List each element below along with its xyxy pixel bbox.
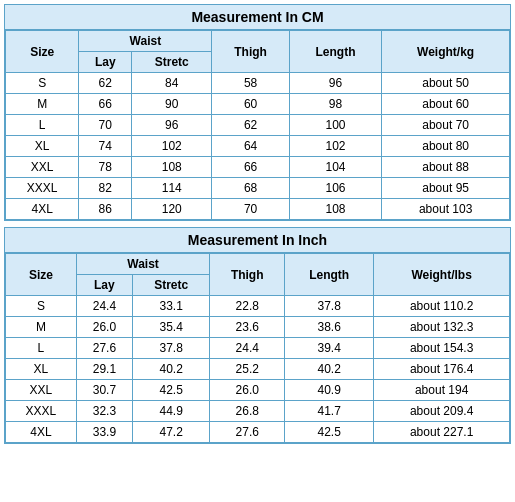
inch-weight-header: Weight/lbs: [374, 254, 510, 296]
inch-stretch-header: Stretc: [133, 275, 210, 296]
inch-size-cell: 4XL: [6, 422, 77, 443]
table-row: XXL 78 108 66 104 about 88: [6, 157, 510, 178]
inch-stretch-cell: 37.8: [133, 338, 210, 359]
cm-thigh-cell: 64: [212, 136, 289, 157]
cm-lay-cell: 82: [79, 178, 132, 199]
table-row: XXL 30.7 42.5 26.0 40.9 about 194: [6, 380, 510, 401]
inch-waist-header: Waist: [76, 254, 210, 275]
inch-weight-cell: about 176.4: [374, 359, 510, 380]
cm-size-cell: S: [6, 73, 79, 94]
cm-thigh-cell: 60: [212, 94, 289, 115]
cm-weight-cell: about 95: [382, 178, 510, 199]
inch-size-cell: XXL: [6, 380, 77, 401]
cm-length-cell: 96: [289, 73, 382, 94]
cm-weight-cell: about 88: [382, 157, 510, 178]
table-row: L 70 96 62 100 about 70: [6, 115, 510, 136]
cm-thigh-cell: 68: [212, 178, 289, 199]
cm-table: Size Waist Thigh Length Weight/kg Lay St…: [5, 30, 510, 220]
inch-weight-cell: about 132.3: [374, 317, 510, 338]
inch-length-cell: 40.9: [285, 380, 374, 401]
cm-stretch-cell: 102: [132, 136, 212, 157]
inch-thigh-cell: 26.8: [210, 401, 285, 422]
inch-size-cell: L: [6, 338, 77, 359]
cm-weight-cell: about 50: [382, 73, 510, 94]
cm-length-cell: 100: [289, 115, 382, 136]
inch-size-cell: M: [6, 317, 77, 338]
cm-length-cell: 106: [289, 178, 382, 199]
table-row: XXXL 32.3 44.9 26.8 41.7 about 209.4: [6, 401, 510, 422]
inch-thigh-cell: 27.6: [210, 422, 285, 443]
inch-weight-cell: about 227.1: [374, 422, 510, 443]
cm-length-cell: 102: [289, 136, 382, 157]
table-row: S 62 84 58 96 about 50: [6, 73, 510, 94]
cm-lay-cell: 86: [79, 199, 132, 220]
inch-weight-cell: about 110.2: [374, 296, 510, 317]
inch-length-cell: 38.6: [285, 317, 374, 338]
inch-size-header: Size: [6, 254, 77, 296]
cm-stretch-cell: 120: [132, 199, 212, 220]
inch-length-header: Length: [285, 254, 374, 296]
cm-stretch-cell: 96: [132, 115, 212, 136]
cm-size-cell: XXXL: [6, 178, 79, 199]
cm-size-cell: M: [6, 94, 79, 115]
cm-stretch-cell: 114: [132, 178, 212, 199]
cm-length-header: Length: [289, 31, 382, 73]
inch-lay-cell: 32.3: [76, 401, 132, 422]
inch-stretch-cell: 40.2: [133, 359, 210, 380]
inch-lay-cell: 33.9: [76, 422, 132, 443]
table-row: XXXL 82 114 68 106 about 95: [6, 178, 510, 199]
inch-weight-cell: about 194: [374, 380, 510, 401]
inch-thigh-cell: 22.8: [210, 296, 285, 317]
inch-lay-cell: 26.0: [76, 317, 132, 338]
cm-thigh-cell: 70: [212, 199, 289, 220]
cm-lay-cell: 66: [79, 94, 132, 115]
cm-title: Measurement In CM: [5, 5, 510, 30]
inch-thigh-cell: 26.0: [210, 380, 285, 401]
cm-size-cell: 4XL: [6, 199, 79, 220]
cm-stretch-header: Stretc: [132, 52, 212, 73]
cm-stretch-cell: 90: [132, 94, 212, 115]
cm-length-cell: 98: [289, 94, 382, 115]
table-row: L 27.6 37.8 24.4 39.4 about 154.3: [6, 338, 510, 359]
inch-stretch-cell: 44.9: [133, 401, 210, 422]
inch-thigh-cell: 25.2: [210, 359, 285, 380]
inch-thigh-header: Thigh: [210, 254, 285, 296]
cm-thigh-cell: 66: [212, 157, 289, 178]
cm-thigh-cell: 58: [212, 73, 289, 94]
inch-thigh-cell: 24.4: [210, 338, 285, 359]
table-row: XL 74 102 64 102 about 80: [6, 136, 510, 157]
cm-length-cell: 108: [289, 199, 382, 220]
table-row: S 24.4 33.1 22.8 37.8 about 110.2: [6, 296, 510, 317]
cm-section: Measurement In CM Size Waist Thigh Lengt…: [4, 4, 511, 221]
cm-lay-cell: 62: [79, 73, 132, 94]
table-row: 4XL 86 120 70 108 about 103: [6, 199, 510, 220]
inch-thigh-cell: 23.6: [210, 317, 285, 338]
inch-size-cell: XL: [6, 359, 77, 380]
cm-size-header: Size: [6, 31, 79, 73]
inch-lay-cell: 29.1: [76, 359, 132, 380]
inch-table: Size Waist Thigh Length Weight/lbs Lay S…: [5, 253, 510, 443]
inch-lay-cell: 24.4: [76, 296, 132, 317]
inch-length-cell: 40.2: [285, 359, 374, 380]
table-row: 4XL 33.9 47.2 27.6 42.5 about 227.1: [6, 422, 510, 443]
cm-thigh-header: Thigh: [212, 31, 289, 73]
inch-lay-cell: 27.6: [76, 338, 132, 359]
page-wrapper: Measurement In CM Size Waist Thigh Lengt…: [0, 0, 515, 454]
cm-waist-header: Waist: [79, 31, 212, 52]
inch-length-cell: 37.8: [285, 296, 374, 317]
inch-title: Measurement In Inch: [5, 228, 510, 253]
table-row: M 66 90 60 98 about 60: [6, 94, 510, 115]
cm-lay-cell: 74: [79, 136, 132, 157]
cm-weight-cell: about 60: [382, 94, 510, 115]
cm-stretch-cell: 108: [132, 157, 212, 178]
cm-size-cell: XXL: [6, 157, 79, 178]
cm-size-cell: L: [6, 115, 79, 136]
cm-weight-cell: about 103: [382, 199, 510, 220]
inch-section: Measurement In Inch Size Waist Thigh Len…: [4, 227, 511, 444]
cm-size-cell: XL: [6, 136, 79, 157]
inch-lay-cell: 30.7: [76, 380, 132, 401]
inch-stretch-cell: 42.5: [133, 380, 210, 401]
table-row: M 26.0 35.4 23.6 38.6 about 132.3: [6, 317, 510, 338]
cm-lay-cell: 70: [79, 115, 132, 136]
inch-weight-cell: about 154.3: [374, 338, 510, 359]
